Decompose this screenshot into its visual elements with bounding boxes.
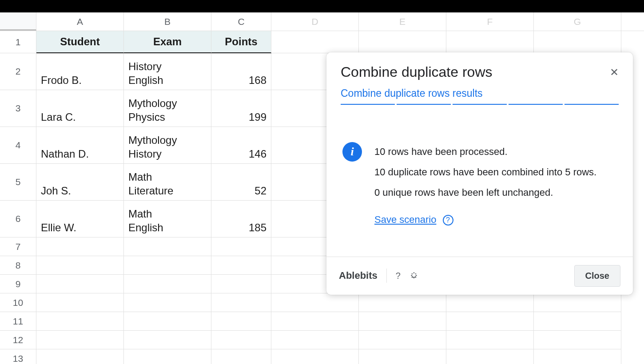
close-button[interactable]: Close — [574, 265, 620, 287]
table-row: 12 — [0, 331, 644, 349]
cell-points[interactable]: 168 — [211, 53, 271, 90]
cell[interactable] — [36, 237, 124, 256]
cell-student[interactable]: Nathan D. — [36, 127, 124, 164]
cell[interactable] — [124, 331, 211, 349]
cell-exam[interactable]: Math English — [124, 201, 211, 237]
cell[interactable] — [446, 312, 534, 331]
cell[interactable] — [359, 312, 446, 331]
cell[interactable] — [446, 331, 534, 349]
cell[interactable] — [534, 331, 621, 349]
cell-student[interactable]: Joh S. — [36, 164, 124, 201]
cell[interactable] — [211, 331, 271, 349]
cell[interactable] — [211, 312, 271, 331]
cell[interactable] — [124, 312, 211, 331]
cell[interactable] — [124, 293, 211, 312]
cell[interactable] — [271, 312, 359, 331]
cell[interactable] — [359, 293, 446, 312]
close-icon[interactable]: ✕ — [610, 67, 619, 78]
col-header-b[interactable]: B — [124, 12, 211, 31]
row-header[interactable]: 13 — [0, 349, 36, 364]
dialog-title: Combine duplicate rows — [341, 64, 493, 80]
bug-icon[interactable] — [409, 270, 418, 281]
cell-points[interactable]: 52 — [211, 164, 271, 201]
col-header-g[interactable]: G — [534, 12, 621, 31]
row-header[interactable]: 4 — [0, 127, 36, 164]
cell-points[interactable]: 146 — [211, 127, 271, 164]
row-header[interactable]: 9 — [0, 275, 36, 293]
cell[interactable] — [36, 312, 124, 331]
cell-student[interactable]: Frodo B. — [36, 53, 124, 90]
row-header[interactable]: 10 — [0, 293, 36, 312]
cell[interactable] — [271, 331, 359, 349]
cell[interactable] — [359, 349, 446, 364]
cell[interactable] — [534, 349, 621, 364]
table-row: 13 — [0, 349, 644, 364]
tab-underline — [341, 104, 619, 105]
combine-duplicate-rows-dialog: Combine duplicate rows ✕ Combine duplica… — [326, 52, 633, 295]
cell-student[interactable]: Ellie W. — [36, 201, 124, 237]
select-all-corner[interactable] — [0, 12, 36, 31]
dialog-header: Combine duplicate rows ✕ — [326, 52, 633, 80]
cell[interactable] — [124, 349, 211, 364]
cell-exam[interactable]: History English — [124, 53, 211, 90]
header-cell-points[interactable]: Points — [211, 31, 271, 53]
col-header-f[interactable]: F — [446, 12, 534, 31]
header-cell-student[interactable]: Student — [36, 31, 124, 53]
cell[interactable] — [124, 256, 211, 275]
cell[interactable] — [124, 237, 211, 256]
cell[interactable] — [534, 293, 621, 312]
save-scenario-row: Save scenario ? — [374, 214, 596, 226]
cell[interactable] — [446, 31, 534, 53]
cell[interactable] — [211, 275, 271, 293]
table-row: 11 — [0, 312, 644, 331]
cell[interactable] — [446, 349, 534, 364]
cell[interactable] — [534, 31, 621, 53]
header-cell-exam[interactable]: Exam — [124, 31, 211, 53]
col-header-d[interactable]: D — [271, 12, 359, 31]
row-header[interactable]: 3 — [0, 90, 36, 127]
cell[interactable] — [36, 256, 124, 275]
save-scenario-link[interactable]: Save scenario — [374, 214, 436, 225]
cell-student[interactable]: Lara C. — [36, 90, 124, 127]
info-icon: i — [342, 142, 362, 162]
row-header[interactable]: 5 — [0, 164, 36, 201]
cell[interactable] — [359, 31, 446, 53]
cell-exam[interactable]: Math Literature — [124, 164, 211, 201]
cell[interactable] — [534, 312, 621, 331]
question-icon[interactable]: ? — [396, 271, 401, 281]
cell[interactable] — [36, 331, 124, 349]
row-header[interactable]: 8 — [0, 256, 36, 275]
cell-exam[interactable]: Mythology History — [124, 127, 211, 164]
table-row: 1 Student Exam Points — [0, 31, 644, 53]
column-headers-row: A B C D E F G — [0, 12, 644, 31]
help-icon[interactable]: ? — [443, 215, 453, 226]
cell[interactable] — [211, 349, 271, 364]
cell[interactable] — [36, 293, 124, 312]
cell-exam[interactable]: Mythology Physics — [124, 90, 211, 127]
cell[interactable] — [211, 237, 271, 256]
tab-results[interactable]: Combine duplicate rows results — [341, 87, 483, 103]
dialog-footer: Ablebits ? Close — [326, 257, 633, 295]
row-header[interactable]: 1 — [0, 31, 36, 53]
cell[interactable] — [36, 275, 124, 293]
cell[interactable] — [211, 293, 271, 312]
cell[interactable] — [271, 31, 359, 53]
cell[interactable] — [124, 275, 211, 293]
row-header[interactable]: 12 — [0, 331, 36, 349]
cell[interactable] — [211, 256, 271, 275]
row-header[interactable]: 11 — [0, 312, 36, 331]
col-header-c[interactable]: C — [211, 12, 271, 31]
col-header-e[interactable]: E — [359, 12, 446, 31]
cell[interactable] — [446, 293, 534, 312]
col-header-a[interactable]: A — [36, 12, 124, 31]
row-header[interactable]: 7 — [0, 237, 36, 256]
cell[interactable] — [359, 331, 446, 349]
row-header[interactable]: 2 — [0, 53, 36, 90]
cell[interactable] — [36, 349, 124, 364]
cell[interactable] — [271, 349, 359, 364]
cell-points[interactable]: 185 — [211, 201, 271, 237]
row-header[interactable]: 6 — [0, 201, 36, 237]
cell-points[interactable]: 199 — [211, 90, 271, 127]
brand-label: Ablebits — [339, 270, 378, 281]
cell[interactable] — [271, 293, 359, 312]
